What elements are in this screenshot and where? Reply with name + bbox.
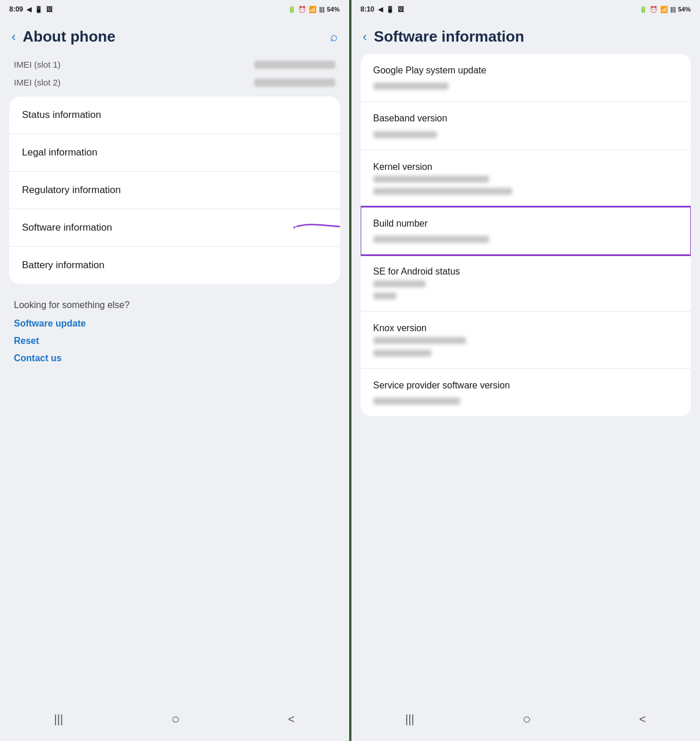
imei-row-2: IMEI (slot 2) [14,77,335,87]
info-item-kernel[interactable]: Kernel version [361,150,691,207]
wifi-icon-right: 📶 [660,6,668,13]
menu-item-status[interactable]: Status information [9,97,340,134]
right-panel: 8:10 ◀ 📱 🖼 🔋 ⏰ 📶 ||| 54% ‹ Software info… [351,0,701,741]
info-item-service-provider[interactable]: Service provider software version [361,369,691,416]
imei-section: IMEI (slot 1) IMEI (slot 2) [0,54,349,97]
se-value-1 [373,280,425,287]
imei-slot1-label: IMEI (slot 1) [14,60,61,69]
menu-item-software-label: Software information [22,222,327,234]
menu-item-regulatory-label: Regulatory information [22,184,327,196]
battery-percent-left: 54% [327,6,339,13]
battery-icon: 🔋 [288,6,296,13]
header-right: ‹ Software information [351,17,701,54]
service-provider-value [373,398,460,405]
build-number-label: Build number [373,218,679,229]
recent-apps-icon-left[interactable]: ||| [54,713,64,726]
whatsapp-icon-right: 📱 [386,6,394,13]
nav-bar-left: ||| ○ < [0,701,349,741]
search-button[interactable]: ⌕ [330,29,338,45]
build-number-value [373,236,489,243]
google-play-value [373,83,449,90]
google-play-label: Google Play system update [373,65,679,76]
info-item-google-play[interactable]: Google Play system update [361,54,691,102]
signal-icon-right: ||| [671,6,676,13]
time-right: 8:10 [361,5,375,13]
header-left: ‹ About phone ⌕ [0,17,349,54]
page-title-left: About phone [23,28,323,46]
menu-item-status-label: Status information [22,109,327,121]
nav-bar-right: ||| ○ < [351,701,701,741]
se-android-label: SE for Android status [373,266,679,277]
back-nav-icon-right[interactable]: < [639,713,646,726]
menu-item-battery-label: Battery information [22,260,327,271]
gallery-icon-right: 🖼 [398,6,404,13]
signal-icon: ||| [319,6,324,13]
info-item-baseband[interactable]: Baseband version [361,102,691,150]
info-item-build-number[interactable]: Build number [361,207,691,255]
battery-icon-right: 🔋 [639,6,647,13]
baseband-value [373,131,437,138]
kernel-label: Kernel version [373,162,679,172]
status-left-right: 8:10 ◀ 📱 🖼 [361,5,404,13]
contact-us-link[interactable]: Contact us [14,353,335,364]
knox-value-1 [373,337,466,344]
imei-slot1-value [254,61,335,69]
status-right-right: 🔋 ⏰ 📶 ||| 54% [639,6,691,13]
kernel-value-1 [373,176,489,183]
knox-label: Knox version [373,323,679,334]
location-icon-right: ◀ [378,6,383,13]
kernel-value-2 [373,188,512,195]
looking-section: Looking for something else? Software upd… [0,284,349,376]
page-title-right: Software information [374,28,688,46]
status-bar-left: 8:09 ◀ 📱 🖼 🔋 ⏰ 📶 ||| 54% [0,0,349,17]
home-icon-left[interactable]: ○ [171,711,180,727]
status-bar-right: 8:10 ◀ 📱 🖼 🔋 ⏰ 📶 ||| 54% [351,0,701,17]
recent-apps-icon-right[interactable]: ||| [405,713,414,726]
whatsapp-icon: 📱 [35,6,43,13]
back-button-right[interactable]: ‹ [363,29,367,45]
se-value-2 [373,292,397,299]
menu-item-legal-label: Legal information [22,147,327,158]
wifi-icon: 📶 [309,6,317,13]
looking-title: Looking for something else? [14,300,335,310]
status-right-left: 🔋 ⏰ 📶 ||| 54% [288,6,339,13]
menu-item-battery[interactable]: Battery information [9,247,340,284]
back-button-left[interactable]: ‹ [12,29,16,45]
menu-item-software[interactable]: Software information [9,209,340,247]
time-left: 8:09 [9,5,23,13]
home-icon-right[interactable]: ○ [523,711,531,727]
service-provider-label: Service provider software version [373,380,679,391]
alarm-icon-right: ⏰ [650,6,658,13]
menu-card: Status information Legal information Reg… [9,97,340,284]
reset-link[interactable]: Reset [14,336,335,346]
baseband-label: Baseband version [373,113,679,124]
back-nav-icon-left[interactable]: < [288,713,295,726]
menu-item-regulatory[interactable]: Regulatory information [9,172,340,209]
battery-percent-right: 54% [678,6,691,13]
software-info-card: Google Play system update Baseband versi… [361,54,691,416]
location-icon: ◀ [27,6,31,13]
imei-slot2-label: IMEI (slot 2) [14,77,61,87]
left-panel: 8:09 ◀ 📱 🖼 🔋 ⏰ 📶 ||| 54% ‹ About phone ⌕… [0,0,351,741]
knox-value-2 [373,350,431,357]
software-update-link[interactable]: Software update [14,318,335,329]
purple-arrow [294,216,340,239]
menu-item-legal[interactable]: Legal information [9,134,340,172]
status-left: 8:09 ◀ 📱 🖼 [9,5,53,13]
imei-row-1: IMEI (slot 1) [14,60,335,69]
info-item-se-android[interactable]: SE for Android status [361,255,691,312]
alarm-icon: ⏰ [298,6,306,13]
imei-slot2-value [254,79,335,87]
gallery-icon: 🖼 [46,6,53,13]
info-item-knox[interactable]: Knox version [361,312,691,368]
